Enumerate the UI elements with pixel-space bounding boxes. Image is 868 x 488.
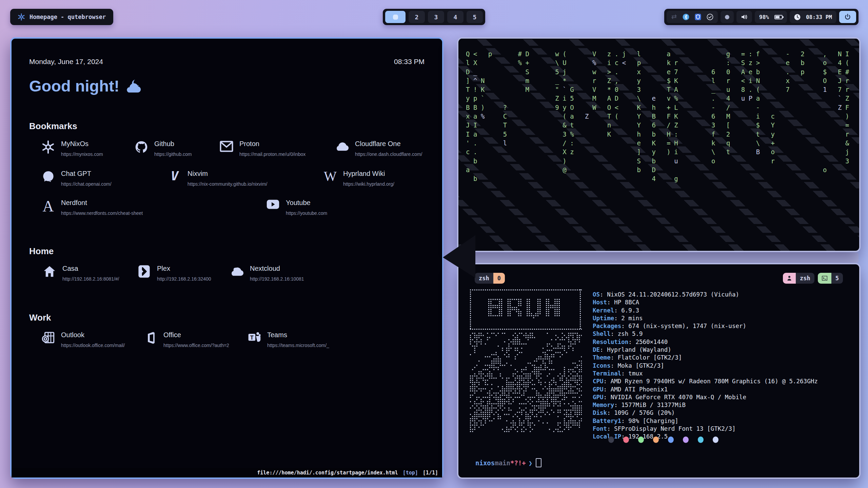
qutebrowser-window[interactable]: Monday, June 17, 2024 08:33 PM Good nigh…	[10, 37, 443, 479]
matrix-row: b 4 g	[466, 174, 853, 183]
terminal-color-palette	[608, 436, 718, 443]
link-nixvim[interactable]: V Nixvim https://nix-community.github.io…	[167, 170, 275, 187]
matrix-row: lX %+ \U % ic< p kr : Sz> e b o 4(	[466, 58, 853, 67]
window-gap-border	[465, 252, 859, 263]
palette-dot	[638, 436, 644, 443]
power-icon	[844, 14, 851, 20]
section-home-title: Home	[29, 246, 54, 257]
shield-icon[interactable]	[695, 14, 701, 20]
battery-segment[interactable]: 98%	[755, 11, 787, 23]
link-proton[interactable]: Proton https://mail.proton.me/u/0/inbox	[219, 140, 327, 157]
matrix-row: b ) S b u o r 3	[466, 157, 853, 165]
link-teams[interactable]: T Teams https://teams.microsoft.com/_	[246, 331, 355, 348]
tmux-window-index: 0	[493, 273, 505, 284]
fetch-line: GPU: NVIDIA GeForce RTX 4070 Max-Q / Mob…	[593, 393, 818, 401]
shell-prompt[interactable]: nixos main *?!+ ❯	[475, 458, 541, 467]
workspace-4[interactable]: 4	[447, 11, 463, 23]
matrix-row: BB) ? 9yO W O< K h +L - / - ZF	[466, 103, 853, 112]
github-icon	[134, 140, 149, 155]
power-button[interactable]	[839, 11, 856, 23]
fetch-line: Memory: 1577MiB / 31377MiB	[593, 401, 818, 409]
link-outlook[interactable]: Outlook https://outlook.office.com/mail/	[40, 331, 149, 348]
matrix-row: T!K M "`G V *0 3 TA _ u 8.( 7 1 7r	[466, 85, 853, 94]
section-bookmarks-title: Bookmarks	[29, 121, 77, 131]
cloud-icon	[334, 140, 350, 155]
palette-dot	[623, 436, 629, 443]
tmux-user-segment[interactable]: zsh	[783, 273, 814, 284]
clock-segment[interactable]: 08:33 PM	[790, 11, 836, 23]
envelope-icon	[219, 140, 234, 155]
fetch-line: Packages: 674 (nix-system), 1747 (nix-us…	[593, 322, 818, 330]
statusbar-url: file:///home/hadi/.config/startpage/inde…	[257, 470, 398, 476]
link-nerdfont[interactable]: A Nerdfont https://www.nerdfonts.com/che…	[40, 199, 149, 216]
matrix-row: a @ b D o	[466, 165, 853, 174]
bruh-ascii-art	[469, 289, 582, 432]
teams-icon: T	[246, 331, 262, 346]
workspaces: 2 3 4 5	[383, 9, 485, 25]
speaker-icon	[741, 14, 748, 20]
link-chatgpt[interactable]: Chat GPT https://chat.openai.com/	[40, 170, 149, 187]
chat-bubble-icon	[40, 170, 56, 185]
plex-icon	[136, 265, 152, 280]
workspace-2[interactable]: 2	[409, 11, 425, 23]
matrix-row: xa% C (a Z T( Y B FK 6 M i c )	[466, 112, 853, 121]
link-hyprland-wiki[interactable]: W Hyprland Wiki https://wiki.hyprland.or…	[322, 170, 431, 187]
link-youtube[interactable]: Youtube https://youtube.com	[265, 199, 374, 216]
fetch-line: Theme: FlatColor [GTK2/3]	[593, 354, 818, 362]
link-cloudflare-one[interactable]: Cloudflare One https://one.dash.cloudfla…	[334, 140, 443, 157]
palette-dot	[653, 436, 659, 443]
workspace-3[interactable]: 3	[428, 11, 444, 23]
battery-percent: 98%	[759, 14, 769, 20]
cloud-icon	[229, 265, 245, 280]
prompt-host: nixos	[475, 459, 495, 467]
startpage-date: Monday, June 17, 2024	[29, 58, 103, 66]
fetch-line: Icons: Moka [GTK2/3]	[593, 362, 818, 370]
office-icon	[143, 331, 158, 346]
matrix-row: Q< p #D w( V z.j l a g =:f - 2 , NI	[466, 49, 853, 58]
volume-segment[interactable]	[736, 11, 752, 23]
fetch-line: Uptime: 2 mins	[593, 314, 818, 322]
palette-dot	[683, 436, 689, 443]
palette-dot	[668, 436, 674, 443]
startpage: Monday, June 17, 2024 08:33 PM Good nigh…	[12, 39, 442, 477]
matrix-rain: Q< p #D w( V z.j l a g =:f - 2 , NIlX %+…	[466, 49, 853, 183]
matrix-row: JI T &t n Y 6 /Z 3 [ $ Y =	[466, 121, 853, 129]
fetch-line: Font: SFProDisplay Nerd Font 13 [GTK2/3]	[593, 425, 818, 433]
sync-arrows-icon[interactable]	[671, 14, 677, 20]
fetch-terminal-window[interactable]: zsh 0 zsh 5 OS: NixOS 24.11.20240612.57d…	[457, 263, 861, 479]
tmux-window-count: 5	[831, 273, 843, 284]
workspace-1-active[interactable]	[385, 11, 406, 23]
terminal-icon	[818, 273, 831, 284]
bluetooth-icon[interactable]	[683, 14, 689, 20]
fastfetch-info: OS: NixOS 24.11.20240612.57d6973 (Vicuña…	[593, 291, 818, 441]
fetch-line: Battery1: 98% [Charging]	[593, 417, 818, 425]
matrix-row: ]^N m _* r Z, y $K l r <iN x O Jr	[466, 76, 853, 85]
recorder-dot-icon	[725, 15, 729, 19]
prompt-git-branch: main	[495, 459, 510, 467]
link-plex[interactable]: Plex http://192.168.2.16:32400	[136, 265, 245, 282]
link-nextcloud[interactable]: Nextcloud http://192.168.2.16:10081	[229, 265, 338, 282]
link-casa[interactable]: Casa http://192.168.2.16:8081/#/	[42, 265, 150, 282]
workspace-5[interactable]: 5	[467, 11, 483, 23]
tmux-left-segment[interactable]: zsh 0	[475, 273, 505, 284]
matrix-row: yp` Zi5 M AD \ e v% . 4 uPa `Z	[466, 94, 853, 103]
tmux-window-count-segment[interactable]: 5	[818, 273, 843, 284]
statusbar-tab-count: [1/1]	[423, 470, 438, 476]
terminal-cursor	[536, 458, 541, 467]
matrix-row: c. Xz ] y )i \ t B o j	[466, 147, 853, 156]
youtube-icon	[265, 199, 281, 214]
check-circle-icon[interactable]	[707, 14, 713, 20]
matrix-row: Ia 5 3% K h b H: f 2 t y r	[466, 130, 853, 139]
qutebrowser-statusbar: file:///home/hadi/.config/startpage/inde…	[12, 468, 442, 477]
house-icon	[42, 265, 57, 280]
link-mynixos[interactable]: MyNixOs https://mynixos.com	[40, 140, 149, 157]
fetch-line: CPU: AMD Ryzen 9 7940HS w/ Radeon 780M G…	[593, 378, 818, 385]
link-office[interactable]: Office https://www.office.com/?auth=2	[143, 331, 251, 348]
tmux-user-shell: zsh	[796, 273, 814, 284]
indicator-dot-segment[interactable]	[721, 11, 734, 23]
fetch-line: Terminal: tmux	[593, 370, 818, 378]
fetch-line: Kernel: 6.9.3	[593, 307, 818, 314]
matrix-terminal-window[interactable]: Q< p #D w( V z.j l a g =:f - 2 , NIlX %+…	[457, 37, 861, 252]
palette-dot	[608, 436, 614, 443]
statusbar-scroll-pos: [top]	[403, 470, 418, 476]
